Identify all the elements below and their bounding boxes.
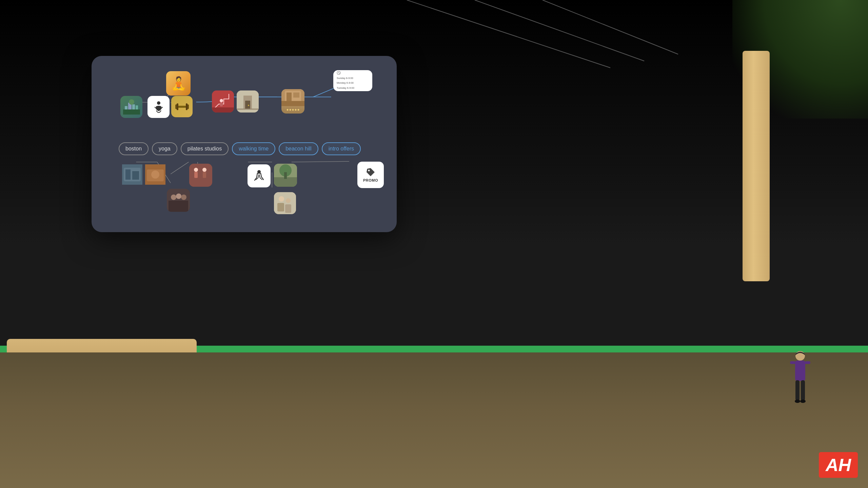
- pilates-class-photo: [189, 164, 212, 187]
- svg-rect-32: [220, 102, 223, 106]
- tag-intro-offers[interactable]: intro offers: [322, 142, 361, 155]
- studio-photo-1: [122, 164, 142, 185]
- meditation-icon: [147, 96, 170, 118]
- tag-yoga[interactable]: yoga: [152, 142, 177, 155]
- svg-point-22: [157, 101, 160, 105]
- svg-line-11: [171, 162, 189, 174]
- svg-rect-42: [281, 101, 304, 106]
- ah-watermark: AH: [819, 452, 858, 478]
- svg-rect-26: [177, 103, 178, 110]
- svg-rect-73: [790, 361, 795, 364]
- star-rating: ★★★★★: [286, 108, 300, 111]
- svg-line-0: [407, 0, 610, 68]
- couple-photo: [274, 192, 296, 214]
- svg-point-36: [248, 105, 249, 106]
- promo-label: PROMO: [363, 178, 378, 182]
- svg-point-63: [181, 195, 186, 200]
- weights-icon: [171, 96, 193, 117]
- svg-point-67: [286, 198, 291, 203]
- svg-point-53: [202, 168, 206, 172]
- outdoor-photo: [274, 164, 297, 187]
- schedule-sunday: Sunday 8-9:00: [337, 76, 369, 81]
- walking-person-icon: [248, 164, 271, 187]
- tag-pilates-studios[interactable]: pilates studios: [181, 142, 229, 155]
- svg-rect-35: [245, 101, 250, 109]
- svg-rect-74: [805, 361, 810, 364]
- staircase-photo: [212, 90, 234, 113]
- svg-point-51: [194, 168, 198, 172]
- svg-rect-59: [284, 172, 287, 179]
- svg-point-66: [279, 196, 284, 202]
- svg-rect-64: [169, 201, 188, 212]
- stage-floor: [0, 352, 868, 488]
- svg-point-77: [795, 400, 800, 403]
- svg-rect-50: [189, 164, 212, 187]
- svg-point-70: [368, 170, 370, 171]
- svg-point-62: [176, 194, 181, 199]
- svg-point-49: [151, 170, 159, 179]
- schedule-monday: Monday 6-9:00: [337, 81, 369, 85]
- svg-rect-30: [212, 107, 234, 113]
- svg-rect-69: [285, 204, 291, 213]
- svg-line-2: [542, 0, 678, 54]
- svg-rect-68: [277, 203, 284, 211]
- svg-point-31: [220, 99, 223, 102]
- svg-rect-20: [123, 109, 140, 115]
- promo-card: PROMO: [357, 162, 384, 188]
- svg-rect-75: [795, 380, 800, 401]
- svg-rect-46: [132, 171, 139, 180]
- svg-rect-72: [795, 361, 805, 381]
- city-icon: [120, 96, 142, 118]
- svg-rect-45: [125, 169, 131, 180]
- entrance-photo: [237, 90, 259, 113]
- svg-point-21: [129, 99, 134, 105]
- schedule-card: Sunday 8-9:00 Monday 6-9:00 Tuesday 6-9:…: [333, 70, 372, 91]
- studio-photo-2: [145, 164, 165, 185]
- yoga-mat-icon: 🧘: [166, 71, 191, 96]
- svg-rect-54: [203, 172, 206, 178]
- svg-point-61: [171, 195, 176, 200]
- presenter-figure: [787, 346, 814, 413]
- svg-rect-40: [287, 93, 292, 101]
- svg-rect-76: [801, 380, 805, 401]
- interior-photo: ★★★★★: [281, 89, 304, 114]
- tag-boston[interactable]: boston: [119, 142, 149, 155]
- svg-line-14: [292, 161, 349, 162]
- tags-container: boston yoga pilates studios walking time…: [119, 142, 361, 155]
- schedule-tuesday: Tuesday 6-9:00: [337, 86, 369, 90]
- svg-rect-27: [186, 103, 188, 110]
- svg-rect-65: [274, 192, 296, 214]
- svg-rect-41: [293, 93, 299, 98]
- tag-beacon-hill[interactable]: beacon hill: [279, 142, 318, 155]
- presentation-board: 🧘: [92, 56, 397, 232]
- tag-walking-time[interactable]: walking time: [232, 142, 275, 155]
- svg-point-78: [800, 400, 806, 403]
- wood-column-right: [743, 51, 770, 281]
- board-content: 🧘: [102, 66, 387, 222]
- group-photo: [167, 189, 190, 212]
- svg-rect-52: [194, 172, 198, 178]
